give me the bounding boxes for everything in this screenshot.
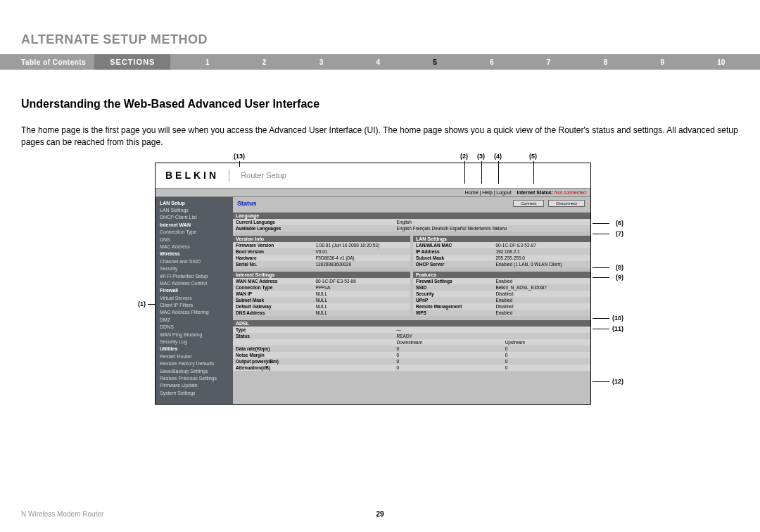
section-link-4[interactable]: 4 bbox=[376, 58, 380, 66]
callout-label: (5) bbox=[529, 153, 537, 160]
sidebar-item[interactable]: Restore Factory Defaults bbox=[156, 360, 233, 367]
sidebar-item[interactable]: Utilities bbox=[156, 346, 233, 353]
sidebar-item[interactable]: MAC Address Filtering bbox=[156, 309, 233, 316]
row-value: 0 bbox=[394, 365, 502, 371]
section-link-2[interactable]: 2 bbox=[262, 58, 267, 66]
internet-table: WAN MAC Address00-1C-DF-E3-53-86Connecti… bbox=[233, 278, 410, 316]
sidebar-item[interactable]: Restore Previous Settings bbox=[156, 375, 233, 382]
sidebar-item[interactable]: MAC Address Control bbox=[156, 280, 233, 287]
row-value bbox=[502, 327, 590, 333]
section-bar: Table of Contents SECTIONS 12345678910 bbox=[0, 54, 760, 70]
disconnect-button[interactable]: Disconnect bbox=[548, 200, 585, 207]
page-number: 29 bbox=[376, 510, 384, 518]
row-value: 12820883600028 bbox=[312, 261, 410, 267]
sidebar-item[interactable]: Firmware Update bbox=[156, 382, 233, 389]
version-title: Version Info bbox=[233, 236, 410, 242]
section-link-6[interactable]: 6 bbox=[490, 58, 494, 66]
sidebar-item[interactable]: Firewall bbox=[156, 287, 233, 294]
row-value: V0.01 bbox=[312, 248, 410, 255]
sidebar-item[interactable]: Save/Backup Settings bbox=[156, 368, 233, 375]
callout-label: (9) bbox=[616, 274, 623, 281]
row-value: Enabled (1 LAN, 0 WLAN Client) bbox=[493, 261, 590, 267]
sidebar-item[interactable]: LAN Settings bbox=[156, 207, 233, 214]
sidebar-item[interactable]: Restart Router bbox=[156, 353, 233, 360]
sidebar-item[interactable]: Internet WAN bbox=[156, 222, 233, 229]
section-link-9[interactable]: 9 bbox=[660, 58, 664, 66]
features-title: Features bbox=[413, 272, 590, 278]
sidebar-item[interactable]: Connection Type bbox=[156, 229, 233, 236]
sidebar-item[interactable]: DMZ bbox=[156, 317, 233, 324]
toc-link[interactable]: Table of Contents bbox=[0, 58, 94, 66]
row-label: Subnet Mask bbox=[413, 255, 493, 261]
router-screenshot: BELKIN Router Setup Home | Help | Logout… bbox=[155, 163, 591, 405]
section-link-3[interactable]: 3 bbox=[319, 58, 324, 66]
row-label: Connection Type bbox=[233, 284, 312, 291]
row-label: Firmware Version bbox=[233, 242, 312, 248]
sidebar-item[interactable]: Wi-Fi Protected Setup bbox=[156, 273, 233, 280]
screenshot-main: Status Connect Disconnect Language Curre… bbox=[233, 197, 590, 405]
sidebar-item[interactable]: DHCP Client List bbox=[156, 214, 233, 221]
subheading: Understanding the Web-Based Advanced Use… bbox=[21, 98, 739, 110]
row-value: NULL bbox=[312, 291, 410, 297]
page-footer: N Wireless Modem Router 29 bbox=[0, 510, 760, 518]
lan-table: LAN/WLAN MAC00-1C-DF-E3-53-87IP Address1… bbox=[413, 242, 590, 267]
row-value: NULL bbox=[312, 297, 410, 303]
section-link-10[interactable]: 10 bbox=[717, 58, 725, 66]
callout-label: (10) bbox=[612, 315, 623, 322]
row-value: 192.168.2.1 bbox=[493, 248, 590, 255]
sidebar-item[interactable]: MAC Address bbox=[156, 243, 233, 251]
screenshot-sidebar[interactable]: LAN SetupLAN SettingsDHCP Client ListInt… bbox=[156, 197, 233, 405]
language-title: Language bbox=[233, 213, 590, 219]
row-value: 0 bbox=[394, 352, 502, 358]
row-label: Noise Margin bbox=[233, 352, 394, 358]
callouts-top: (13) (2) (3) (4) (5) bbox=[141, 153, 619, 163]
row-value: 0 bbox=[502, 365, 590, 371]
row-label: Attenuation(dB) bbox=[233, 365, 394, 371]
adsl-title: ADSL bbox=[233, 320, 590, 327]
sidebar-item[interactable]: Channel and SSID bbox=[156, 258, 233, 265]
page-title: ALTERNATE SETUP METHOD bbox=[0, 0, 760, 54]
row-value: English Français Deutsch Español Nederla… bbox=[394, 225, 590, 232]
row-value: READY bbox=[394, 333, 502, 339]
sidebar-item[interactable]: System Settings bbox=[156, 390, 233, 397]
section-link-5[interactable]: 5 bbox=[433, 58, 437, 66]
sidebar-item[interactable]: Client IP Filters bbox=[156, 302, 233, 309]
sidebar-item[interactable]: Security bbox=[156, 265, 233, 272]
section-link-1[interactable]: 1 bbox=[205, 58, 210, 66]
topbar-links[interactable]: Home | Help | Logout bbox=[465, 190, 512, 195]
features-table: Firewall SettingsEnabledSSIDBelkin_N_ADS… bbox=[413, 278, 590, 316]
row-value: English bbox=[394, 219, 590, 225]
sidebar-item[interactable]: DNS bbox=[156, 236, 233, 243]
row-value: Enabled bbox=[493, 310, 590, 316]
sidebar-item[interactable]: Wireless bbox=[156, 251, 233, 258]
sidebar-item[interactable]: DDNS bbox=[156, 324, 233, 331]
sidebar-item[interactable]: WAN Ping Blocking bbox=[156, 331, 233, 338]
row-label: Current Language bbox=[233, 219, 394, 225]
callout-label: (13) bbox=[234, 153, 245, 160]
connect-button[interactable]: Connect bbox=[513, 200, 544, 207]
callout-label: (1) bbox=[138, 300, 146, 308]
row-label: UPnP bbox=[413, 297, 493, 303]
row-value: PPPoA bbox=[312, 284, 410, 291]
section-link-7[interactable]: 7 bbox=[547, 58, 551, 66]
row-label: Security bbox=[413, 291, 493, 297]
row-value: 00-1C-DF-E3-53-86 bbox=[312, 278, 410, 284]
status-heading: Status bbox=[237, 200, 257, 207]
diagram: (13) (2) (3) (4) (5) BELKIN Router Setup… bbox=[141, 153, 619, 405]
sections-label: SECTIONS bbox=[94, 54, 170, 70]
row-label: Data rate(Kbps) bbox=[233, 346, 394, 352]
callout-label: (4) bbox=[494, 153, 502, 160]
sidebar-item[interactable]: Security Log bbox=[156, 338, 233, 346]
adsl-head: Upstream bbox=[502, 339, 590, 346]
sidebar-item[interactable]: LAN Setup bbox=[156, 200, 233, 207]
row-label: WAN IP bbox=[233, 291, 312, 297]
row-label: Type bbox=[233, 327, 394, 333]
callout-label: (12) bbox=[612, 378, 623, 385]
row-value: — bbox=[394, 327, 502, 333]
sidebar-item[interactable]: Virtual Servers bbox=[156, 295, 233, 302]
row-label: SSID bbox=[413, 284, 493, 291]
intro-paragraph: The home page is the first page you will… bbox=[21, 125, 739, 148]
internet-status-label: Internet Status: bbox=[517, 190, 553, 195]
row-label: Output power(dBm) bbox=[233, 358, 394, 365]
section-link-8[interactable]: 8 bbox=[604, 58, 608, 66]
